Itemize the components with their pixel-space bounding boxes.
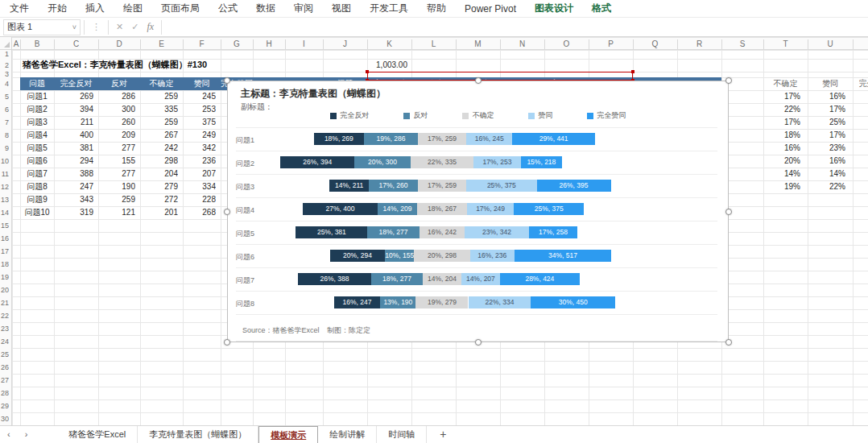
cancel-icon[interactable]: ✕ [116, 22, 123, 32]
row-header[interactable]: 29 [0, 400, 12, 412]
sheet-tab[interactable]: 模板演示 [258, 426, 318, 443]
row-header[interactable]: 27 [0, 374, 12, 387]
sheet-tab[interactable]: 绘制讲解 [318, 426, 377, 443]
column-header[interactable]: S [721, 38, 763, 50]
column-header[interactable]: A [12, 38, 20, 50]
enter-icon[interactable]: ✓ [131, 22, 138, 32]
menu-item[interactable]: 绘图 [123, 2, 143, 15]
row-header[interactable]: 13 [0, 193, 12, 206]
column-header[interactable]: V [853, 38, 868, 50]
selection-handle[interactable] [475, 77, 482, 84]
menu-item[interactable]: 格式 [592, 2, 611, 15]
row-header[interactable]: 24 [0, 335, 12, 348]
row-header[interactable]: 6 [0, 103, 12, 116]
row-header[interactable]: 28 [0, 387, 12, 400]
selection-handle[interactable] [725, 339, 732, 346]
column-header[interactable]: C [54, 38, 98, 50]
sheet-tab[interactable]: 猪爸爸学Excel [57, 426, 138, 443]
menu-item[interactable]: Power Pivot [465, 3, 516, 14]
chevron-down-icon[interactable]: ˅ [72, 23, 76, 31]
column-header[interactable]: L [411, 38, 456, 50]
column-header[interactable]: U [808, 38, 853, 50]
selection-handle[interactable] [224, 209, 230, 215]
column-header[interactable]: F [183, 38, 221, 50]
menu-item[interactable]: 公式 [218, 2, 238, 15]
menu-item[interactable]: 视图 [332, 2, 351, 15]
column-header[interactable]: P [589, 38, 633, 50]
column-header[interactable]: E [140, 38, 183, 50]
row-header[interactable]: 26 [0, 361, 12, 374]
selection-handle[interactable] [725, 209, 732, 215]
column-header[interactable]: J [323, 38, 367, 50]
row-header[interactable]: 9 [0, 142, 12, 155]
formula-input[interactable] [165, 19, 868, 35]
menu-item[interactable]: 插入 [85, 2, 105, 15]
column-header[interactable]: I [285, 38, 323, 50]
legend-item[interactable]: 完全赞同 [587, 110, 626, 121]
row-header[interactable]: 8 [0, 129, 12, 142]
legend-item[interactable]: 反对 [403, 110, 428, 121]
selection-handle[interactable] [224, 339, 230, 346]
tabs-scroll-right-icon[interactable]: › [18, 426, 35, 443]
name-box[interactable]: 图表 1 ˅ [3, 19, 81, 35]
legend-item[interactable]: 赞同 [528, 110, 553, 121]
column-header[interactable]: Q [633, 38, 677, 50]
value-cell: 267 [140, 129, 178, 142]
row-header[interactable]: 19 [0, 271, 12, 284]
row-header[interactable]: 17 [0, 245, 12, 258]
row-header[interactable]: 10 [0, 155, 12, 168]
column-header[interactable]: T [763, 38, 808, 50]
row-header[interactable]: 25 [0, 348, 12, 361]
menu-item[interactable]: 数据 [256, 2, 275, 15]
column-header[interactable]: N [500, 38, 544, 50]
legend-item[interactable]: 完全反对 [330, 110, 370, 121]
column-header[interactable]: R [677, 38, 721, 50]
menu-item[interactable]: 审阅 [294, 2, 313, 15]
menu-item[interactable]: 帮助 [427, 2, 446, 15]
column-header[interactable]: K [367, 38, 411, 50]
row-header[interactable]: 3 [0, 72, 12, 77]
column-header[interactable]: O [544, 38, 589, 50]
menu-item[interactable]: 页面布局 [161, 2, 200, 15]
chart-legend: 完全反对反对不确定赞同完全赞同 [228, 110, 728, 121]
column-header[interactable]: G [221, 38, 253, 50]
row-header[interactable]: 23 [0, 322, 12, 335]
row-header[interactable]: 15 [0, 219, 12, 232]
column-header[interactable]: M [456, 38, 500, 50]
menu-item[interactable]: 图表设计 [535, 2, 573, 15]
row-header[interactable]: 22 [0, 309, 12, 322]
selection-handle[interactable] [725, 77, 732, 84]
menu-item[interactable]: 开发工具 [370, 2, 408, 15]
row-header[interactable]: 14 [0, 206, 12, 219]
row-header[interactable]: 30 [0, 412, 12, 425]
row-header[interactable]: 5 [0, 90, 12, 103]
column-header[interactable]: H [253, 38, 285, 50]
value-cell: 228 [183, 193, 216, 206]
menu-item[interactable]: 开始 [48, 2, 67, 15]
tabs-scroll-left-icon[interactable]: ‹ [0, 426, 18, 443]
menu-item[interactable]: 文件 [10, 2, 29, 15]
chart-object[interactable]: 主标题：李克特量表图（蝴蝶图） 副标题： 完全反对反对不确定赞同完全赞同 Sou… [227, 81, 729, 342]
selection-handle[interactable] [475, 339, 482, 346]
sheet-tab[interactable]: 时间轴 [377, 426, 427, 443]
row-header[interactable]: 12 [0, 180, 12, 193]
select-all-corner[interactable] [0, 37, 12, 50]
sheet-tab[interactable]: 李克特量表图（蝴蝶图） [138, 426, 258, 443]
pct-value-cell: 19% [763, 180, 800, 193]
selection-handle[interactable] [224, 77, 230, 84]
row-header[interactable]: 4 [0, 77, 12, 90]
row-header[interactable]: 18 [0, 258, 12, 271]
row-header[interactable]: 11 [0, 168, 12, 180]
legend-item[interactable]: 不确定 [462, 110, 494, 121]
fx-icon[interactable]: fx [147, 21, 154, 33]
row-header[interactable]: 1 [0, 50, 12, 59]
column-headers[interactable]: ABCDEFGHIJKLMNOPQRSTUV [0, 37, 868, 50]
column-header[interactable]: B [20, 38, 54, 50]
row-header[interactable]: 7 [0, 116, 12, 129]
column-header[interactable]: D [98, 38, 140, 50]
row-header[interactable]: 20 [0, 284, 12, 296]
row-header[interactable]: 16 [0, 232, 12, 245]
row-header[interactable]: 21 [0, 296, 12, 309]
add-sheet-icon[interactable]: + [427, 426, 459, 443]
dots-icon[interactable]: ⋮ [92, 22, 101, 32]
